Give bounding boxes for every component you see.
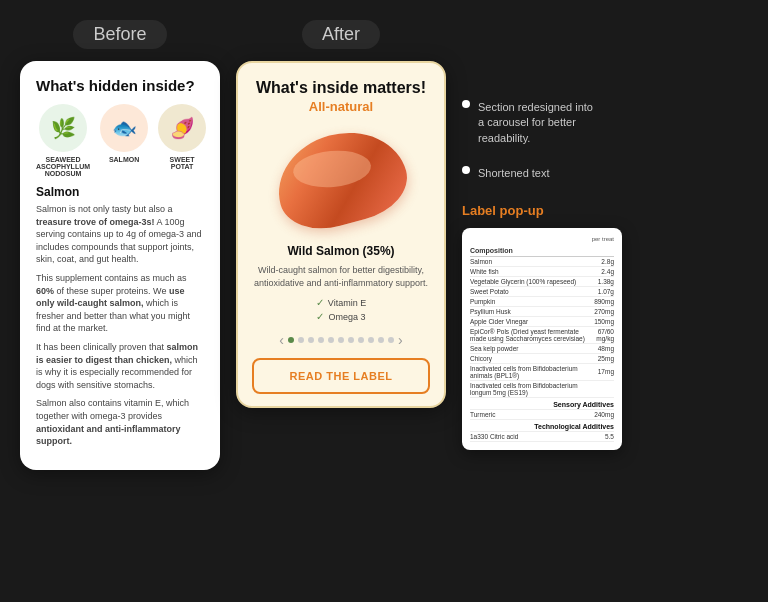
sweet-potato-icon: 🍠 [158,104,206,152]
dot-4[interactable] [318,337,324,343]
technological-header-row: Technological Additives [470,419,614,431]
table-row: EpiCor® Pols (Dried yeast fermentate mad… [470,326,614,343]
dot-11[interactable] [388,337,394,343]
after-card-title: What's inside matters! [252,79,430,97]
sensory-header-row: Sensory Additives [470,397,614,409]
dot-9[interactable] [368,337,374,343]
ingredient-sweet-potato: 🍠 SWEET POTAT [158,104,206,177]
annotations-section: Section redesigned into a carousel for b… [462,20,748,450]
sensory-header: Sensory Additives [470,397,614,409]
ingredient-title: Wild Salmon (35%) [252,244,430,258]
composition-table: Composition Salmon 2.8g White fish 2.4g [470,245,614,442]
read-label-button[interactable]: READ THE LABEL [252,358,430,394]
carousel-dots: ‹ › [252,332,430,348]
annotation-shortened: Shortened text [462,166,748,181]
checkmark-label-2: Omega 3 [328,312,365,322]
checkmark-vitamin-e: ✓ Vitamin E [316,297,366,308]
table-row: Inactivated cells from Bifidobacterium a… [470,363,614,380]
seaweed-label: SEAWEEDASCOPHYLLUMNODOSUM [36,156,90,177]
annotation-1-line: Section redesigned into a carousel for b… [462,100,748,146]
annotation-3-line: Label pop-up [462,202,748,220]
before-card: What's hidden inside? 🌿 SEAWEEDASCOPHYLL… [20,61,220,470]
after-label: After [302,20,380,49]
salmon-icon: 🐟 [100,104,148,152]
salmon-label: SALMON [109,156,139,163]
per-treat-label: per treat [470,236,614,242]
checkmarks-list: ✓ Vitamin E ✓ Omega 3 [252,297,430,322]
check-icon-1: ✓ [316,297,324,308]
dot-1[interactable] [288,337,294,343]
table-row: Chicory 25mg [470,353,614,363]
carousel-prev-arrow[interactable]: ‹ [279,332,284,348]
after-card: What's inside matters! All-natural Wild … [236,61,446,408]
checkmark-label-1: Vitamin E [328,298,366,308]
table-row: Apple Cider Vinegar 150mg [470,316,614,326]
label-popup: per treat Composition Salmon 2.8g [462,228,622,450]
dot-8[interactable] [358,337,364,343]
annotation-dot-2 [462,166,470,174]
before-card-title: What's hidden inside? [36,77,204,94]
table-row: Sea kelp powder 48mg [470,343,614,353]
annotation-label-popup: Label pop-up per treat Composition Salmo [462,202,748,450]
annotation-2-text: Shortened text [478,166,550,181]
annotation-carousel: Section redesigned into a carousel for b… [462,100,748,146]
dot-6[interactable] [338,337,344,343]
composition-header: Composition [470,245,588,257]
before-para-4: Salmon also contains vitamin E, which to… [36,397,204,447]
annotation-2-line: Shortened text [462,166,748,181]
dot-7[interactable] [348,337,354,343]
check-icon-2: ✓ [316,311,324,322]
technological-header: Technological Additives [470,419,614,431]
table-row: 1a330 Citric acid 5.5 [470,431,614,441]
carousel-next-arrow[interactable]: › [398,332,403,348]
dot-2[interactable] [298,337,304,343]
table-row: Inactivated cells from Bifidobacterium l… [470,380,614,397]
sweet-potato-label: SWEET POTAT [158,156,206,170]
table-row: Psyllium Husk 270mg [470,306,614,316]
dot-3[interactable] [308,337,314,343]
table-row: Turmeric 240mg [470,409,614,419]
after-section: After What's inside matters! All-natural… [236,20,446,408]
seaweed-icon: 🌿 [39,104,87,152]
ingredient-images: 🌿 SEAWEEDASCOPHYLLUMNODOSUM 🐟 SALMON 🍠 S… [36,104,204,177]
before-para-3: It has been clinically proven that salmo… [36,341,204,391]
before-para-1: Salmon is not only tasty but also a trea… [36,203,204,266]
table-row: Vegetable Glycerin (100% rapeseed) 1.38g [470,276,614,286]
after-card-header: What's inside matters! All-natural [252,79,430,114]
before-para-2: This supplement contains as much as 60% … [36,272,204,335]
ingredient-desc: Wild-caught salmon for better digestibil… [252,264,430,289]
dot-5[interactable] [328,337,334,343]
annotation-3-label: Label pop-up [462,202,544,220]
checkmark-omega3: ✓ Omega 3 [316,311,365,322]
before-label: Before [73,20,166,49]
dot-10[interactable] [378,337,384,343]
table-row: Pumpkin 890mg [470,296,614,306]
table-row: Sweet Potato 1.07g [470,286,614,296]
before-section-title: Salmon [36,185,204,199]
annotation-1-text: Section redesigned into a carousel for b… [478,100,598,146]
annotation-dot-1 [462,100,470,108]
salmon-visual [267,119,416,240]
before-section: Before What's hidden inside? 🌿 SEAWEEDAS… [20,20,220,470]
salmon-image-container [252,124,430,234]
table-row: White fish 2.4g [470,266,614,276]
after-card-subtitle: All-natural [252,99,430,114]
table-row: Salmon 2.8g [470,256,614,266]
main-container: Before What's hidden inside? 🌿 SEAWEEDAS… [0,0,768,602]
ingredient-seaweed: 🌿 SEAWEEDASCOPHYLLUMNODOSUM [36,104,90,177]
ingredient-salmon: 🐟 SALMON [100,104,148,177]
